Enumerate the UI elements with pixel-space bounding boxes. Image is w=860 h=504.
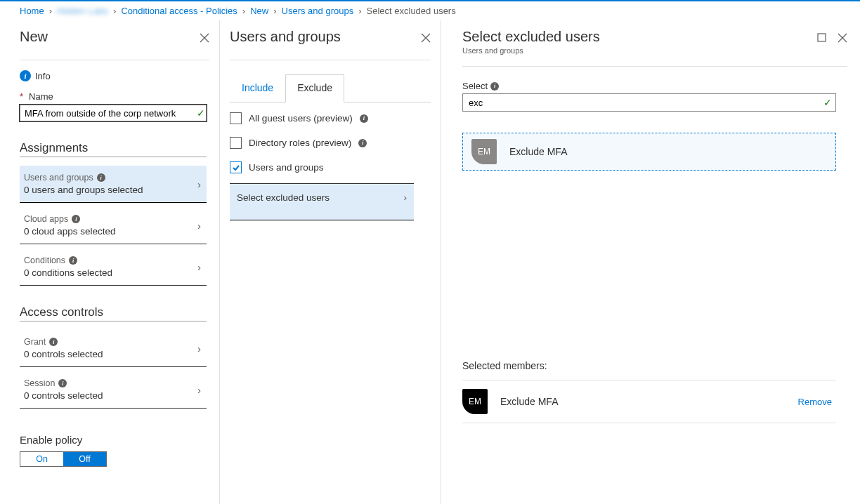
- name-label-row: * Name: [20, 91, 209, 102]
- info-label: Info: [35, 71, 51, 81]
- toggle-on-button[interactable]: On: [20, 452, 63, 466]
- include-exclude-tabs: Include Exclude: [230, 74, 431, 102]
- divider: [230, 60, 431, 60]
- select-excluded-users-item[interactable]: Select excluded users ›: [230, 183, 414, 220]
- breadcrumb-users-groups[interactable]: Users and groups: [282, 6, 354, 16]
- cloud-apps-value: 0 cloud apps selected: [24, 226, 116, 237]
- divider: [20, 60, 209, 60]
- info-icon[interactable]: i: [490, 82, 499, 91]
- chevron-right-icon: ›: [242, 6, 245, 16]
- conditions-value: 0 conditions selected: [24, 267, 112, 278]
- result-name: Exclude MFA: [509, 146, 567, 157]
- assignments-heading: Assignments: [20, 141, 209, 155]
- users-groups-label: Users and groups: [24, 173, 93, 183]
- blade-select-excluded: Select excluded users Users and groups S…: [441, 20, 860, 504]
- divider: [462, 423, 836, 423]
- session-label: Session: [24, 378, 55, 388]
- selected-member-name: Exclude MFA: [500, 396, 558, 407]
- chevron-right-icon: ›: [197, 261, 204, 273]
- assignments-users-groups[interactable]: Users and groups i 0 users and groups se…: [20, 166, 207, 203]
- checkbox-users-groups[interactable]: [230, 161, 242, 173]
- info-icon[interactable]: i: [360, 114, 368, 123]
- exclude-all-guest-row: All guest users (preview) i: [230, 112, 431, 124]
- svg-rect-0: [818, 34, 826, 41]
- info-icon[interactable]: i: [58, 379, 67, 387]
- assignments-cloud-apps[interactable]: Cloud apps i 0 cloud apps selected ›: [20, 207, 207, 244]
- divider: [462, 380, 836, 380]
- divider: [20, 157, 207, 157]
- info-icon: i: [20, 70, 31, 81]
- tab-exclude[interactable]: Exclude: [285, 74, 344, 102]
- enable-policy-toggle: On Off: [20, 451, 107, 467]
- selected-members-heading: Selected members:: [462, 360, 847, 371]
- breadcrumb-conditional-access[interactable]: Conditional access - Policies: [121, 6, 237, 16]
- select-label-text: Select: [462, 81, 488, 91]
- checkbox-all-guest[interactable]: [230, 112, 242, 124]
- chevron-right-icon: ›: [113, 6, 116, 16]
- breadcrumb-org[interactable]: Hidden Labs: [57, 6, 108, 16]
- access-controls-heading: Access controls: [20, 305, 209, 319]
- search-input[interactable]: [462, 93, 836, 112]
- info-icon[interactable]: i: [72, 215, 80, 223]
- chevron-right-icon: ›: [197, 343, 204, 354]
- checkmark-icon: ✓: [197, 107, 205, 119]
- blade-ug-header: Users and groups: [230, 20, 431, 60]
- remove-link[interactable]: Remove: [798, 397, 836, 407]
- blade-select-subtitle: Users and groups: [462, 46, 600, 55]
- checkmark-icon: ✓: [823, 97, 832, 108]
- chevron-right-icon: ›: [197, 220, 204, 232]
- breadcrumb: Home › Hidden Labs › Conditional access …: [0, 1, 860, 20]
- chevron-right-icon: ›: [358, 6, 361, 16]
- users-groups-checkbox-label: Users and groups: [249, 162, 324, 173]
- avatar: EM: [462, 389, 488, 414]
- info-icon[interactable]: i: [97, 173, 105, 182]
- exclude-directory-roles-row: Directory roles (preview) i: [230, 137, 431, 149]
- search-result-row[interactable]: EM Exclude MFA: [462, 133, 836, 171]
- blade-users-groups: Users and groups Include Exclude All gue…: [220, 20, 441, 504]
- assignments-conditions[interactable]: Conditions i 0 conditions selected ›: [20, 248, 207, 286]
- chevron-right-icon: ›: [197, 384, 204, 396]
- access-session[interactable]: Session i 0 controls selected ›: [20, 371, 207, 409]
- chevron-right-icon: ›: [273, 6, 276, 16]
- info-icon[interactable]: i: [49, 338, 58, 346]
- avatar: EM: [471, 139, 497, 164]
- info-icon[interactable]: i: [69, 256, 77, 265]
- conditions-label: Conditions: [24, 256, 65, 265]
- checkbox-directory-roles[interactable]: [230, 137, 242, 149]
- name-label: Name: [29, 91, 53, 102]
- blade-select-title: Select excluded users: [462, 29, 600, 45]
- grant-label: Grant: [24, 337, 46, 347]
- required-asterisk: *: [20, 91, 23, 102]
- breadcrumb-current: Select excluded users: [367, 6, 456, 16]
- divider: [462, 66, 847, 67]
- session-value: 0 controls selected: [24, 390, 103, 401]
- tab-include[interactable]: Include: [230, 74, 285, 102]
- info-icon[interactable]: i: [358, 139, 367, 147]
- maximize-icon[interactable]: [817, 33, 826, 42]
- selected-member-row: EM Exclude MFA Remove: [462, 389, 836, 414]
- breadcrumb-home[interactable]: Home: [20, 6, 44, 16]
- breadcrumb-new[interactable]: New: [250, 6, 268, 16]
- close-icon[interactable]: [838, 33, 847, 43]
- access-grant[interactable]: Grant i 0 controls selected ›: [20, 330, 207, 367]
- info-row[interactable]: i Info: [20, 70, 209, 81]
- exclude-options-list: All guest users (preview) i Directory ro…: [230, 112, 431, 173]
- chevron-right-icon: ›: [404, 192, 410, 203]
- grant-value: 0 controls selected: [24, 349, 103, 359]
- directory-roles-label: Directory roles (preview): [249, 138, 351, 148]
- close-icon[interactable]: [200, 33, 209, 43]
- select-excluded-label: Select excluded users: [237, 192, 330, 203]
- users-groups-value: 0 users and groups selected: [24, 185, 143, 195]
- toggle-off-button[interactable]: Off: [63, 452, 106, 466]
- blade-ug-title: Users and groups: [230, 29, 341, 45]
- enable-policy-heading: Enable policy: [20, 434, 209, 446]
- blade-new: New i Info * Name ✓ Assignments: [0, 20, 220, 504]
- close-icon[interactable]: [421, 33, 431, 43]
- blade-container: New i Info * Name ✓ Assignments: [0, 20, 860, 504]
- select-field-label: Select i: [462, 81, 847, 91]
- cloud-apps-label: Cloud apps: [24, 214, 68, 224]
- policy-name-input[interactable]: [20, 105, 207, 121]
- blade-new-title: New: [20, 29, 48, 45]
- blade-new-header: New: [20, 20, 209, 60]
- blade-select-header: Select excluded users Users and groups: [462, 20, 847, 66]
